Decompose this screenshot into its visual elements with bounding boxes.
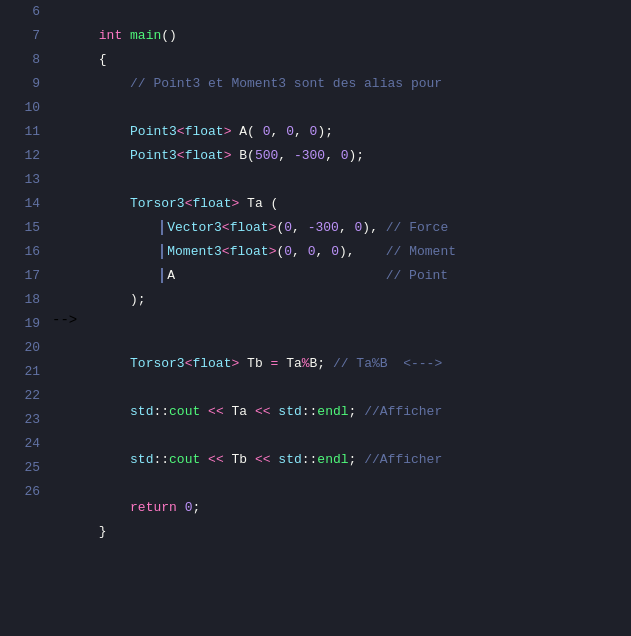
- line-num-6: 6: [0, 0, 40, 24]
- line-num-20: 20: [0, 336, 40, 360]
- line-num-9: 9: [0, 72, 40, 96]
- line-num-24: 24: [0, 432, 40, 456]
- code-editor: 6 7 8 9 10 11 12 13 14 15 16 17 18 19 20…: [0, 0, 631, 636]
- line-num-25: 25: [0, 456, 40, 480]
- line-num-22: 22: [0, 384, 40, 408]
- code-content: int main() { // Point3 et Moment3 sont d…: [52, 0, 631, 636]
- line-num-17: 17: [0, 264, 40, 288]
- line-num-11: 11: [0, 120, 40, 144]
- code-line-6: int main(): [52, 0, 631, 24]
- line-num-12: 12: [0, 144, 40, 168]
- line-num-26: 26: [0, 480, 40, 504]
- line-num-14: 14: [0, 192, 40, 216]
- code-line-10: Point3<float> A( 0, 0, 0);: [52, 96, 631, 120]
- code-line-23: std::cout << Tb << std::endl; //Afficher: [52, 424, 631, 448]
- line-num-16: 16: [0, 240, 40, 264]
- line-num-19: 19: [0, 312, 40, 336]
- code-line-25: return 0;: [52, 472, 631, 496]
- code-line-19: Torsor3<float> Tb = Ta%B; // Ta%B <--->: [52, 328, 631, 352]
- line-numbers: 6 7 8 9 10 11 12 13 14 15 16 17 18 19 20…: [0, 0, 52, 636]
- line-num-13: 13: [0, 168, 40, 192]
- line-num-21: 21: [0, 360, 40, 384]
- line-num-10: 10: [0, 96, 40, 120]
- line-num-8: 8: [0, 48, 40, 72]
- line-num-18: 18: [0, 288, 40, 312]
- code-line-21: std::cout << Ta << std::endl; //Afficher: [52, 376, 631, 400]
- code-line-13: Torsor3<float> Ta (: [52, 168, 631, 192]
- line-num-7: 7: [0, 24, 40, 48]
- line-num-15: 15: [0, 216, 40, 240]
- line-num-23: 23: [0, 408, 40, 432]
- code-line-8: // Point3 et Moment3 sont des alias pour: [52, 48, 631, 72]
